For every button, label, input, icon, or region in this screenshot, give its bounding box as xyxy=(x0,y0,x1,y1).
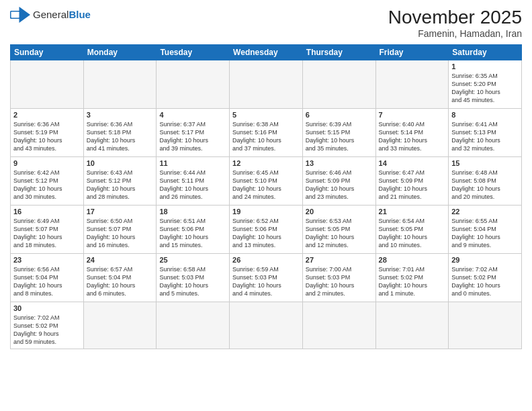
logo-general: General xyxy=(33,9,69,20)
weekday-friday: Friday xyxy=(375,45,449,60)
calendar-cell: 22Sunrise: 6:55 AM Sunset: 5:04 PM Dayli… xyxy=(449,205,522,254)
calendar-cell: 2Sunrise: 6:36 AM Sunset: 5:19 PM Daylig… xyxy=(11,109,84,157)
day-number: 23 xyxy=(13,256,81,264)
day-number: 22 xyxy=(451,208,519,216)
day-number: 30 xyxy=(13,304,81,312)
day-number: 25 xyxy=(159,256,226,264)
header: GeneralBlue November 2025 Famenin, Hamad… xyxy=(10,7,522,39)
day-info: Sunrise: 6:35 AM Sunset: 5:20 PM Dayligh… xyxy=(451,72,519,105)
day-number: 29 xyxy=(451,256,519,264)
weekday-monday: Monday xyxy=(83,45,157,60)
weekday-sunday: Sunday xyxy=(11,45,84,60)
day-number: 18 xyxy=(159,208,226,216)
day-number: 2 xyxy=(13,111,81,119)
day-number: 3 xyxy=(87,111,154,119)
calendar-cell: 1Sunrise: 6:35 AM Sunset: 5:20 PM Daylig… xyxy=(449,60,522,109)
weekday-header-row: SundayMondayTuesdayWednesdayThursdayFrid… xyxy=(11,45,522,60)
calendar-cell: 9Sunrise: 6:42 AM Sunset: 5:12 PM Daylig… xyxy=(11,157,84,205)
logo-blue: Blue xyxy=(69,9,91,20)
day-number: 19 xyxy=(232,208,300,216)
day-number: 14 xyxy=(379,159,446,167)
calendar-cell: 25Sunrise: 6:58 AM Sunset: 5:03 PM Dayli… xyxy=(157,254,230,302)
location: Famenin, Hamadan, Iran xyxy=(388,28,522,39)
day-info: Sunrise: 6:36 AM Sunset: 5:18 PM Dayligh… xyxy=(87,120,154,153)
day-number: 6 xyxy=(306,111,373,119)
weekday-thursday: Thursday xyxy=(302,45,375,60)
calendar-cell: 27Sunrise: 7:00 AM Sunset: 5:03 PM Dayli… xyxy=(302,254,375,302)
calendar-cell xyxy=(230,60,303,109)
day-info: Sunrise: 6:52 AM Sunset: 5:06 PM Dayligh… xyxy=(232,217,300,250)
day-info: Sunrise: 6:36 AM Sunset: 5:19 PM Dayligh… xyxy=(13,120,81,153)
day-number: 11 xyxy=(159,159,226,167)
weekday-tuesday: Tuesday xyxy=(157,45,230,60)
calendar-cell xyxy=(83,60,157,109)
week-row-5: 30Sunrise: 7:02 AM Sunset: 5:02 PM Dayli… xyxy=(11,302,522,349)
page: GeneralBlue November 2025 Famenin, Hamad… xyxy=(0,0,532,411)
day-info: Sunrise: 6:39 AM Sunset: 5:15 PM Dayligh… xyxy=(306,120,373,153)
day-info: Sunrise: 6:38 AM Sunset: 5:16 PM Dayligh… xyxy=(232,120,300,153)
day-info: Sunrise: 6:49 AM Sunset: 5:07 PM Dayligh… xyxy=(13,217,81,250)
day-number: 26 xyxy=(232,256,300,264)
calendar-cell: 17Sunrise: 6:50 AM Sunset: 5:07 PM Dayli… xyxy=(83,205,157,254)
day-info: Sunrise: 6:47 AM Sunset: 5:09 PM Dayligh… xyxy=(379,169,446,201)
day-info: Sunrise: 6:43 AM Sunset: 5:12 PM Dayligh… xyxy=(87,169,154,201)
calendar-cell: 8Sunrise: 6:41 AM Sunset: 5:13 PM Daylig… xyxy=(449,109,522,157)
calendar: SundayMondayTuesdayWednesdayThursdayFrid… xyxy=(10,44,522,349)
day-number: 13 xyxy=(306,159,373,167)
logo-icon xyxy=(10,7,30,23)
day-number: 5 xyxy=(232,111,300,119)
day-number: 27 xyxy=(306,256,373,264)
day-info: Sunrise: 6:53 AM Sunset: 5:05 PM Dayligh… xyxy=(306,217,373,250)
day-number: 17 xyxy=(87,208,154,216)
day-info: Sunrise: 6:58 AM Sunset: 5:03 PM Dayligh… xyxy=(159,265,226,298)
week-row-1: 2Sunrise: 6:36 AM Sunset: 5:19 PM Daylig… xyxy=(11,109,522,157)
logo: GeneralBlue xyxy=(10,7,91,23)
calendar-cell: 24Sunrise: 6:57 AM Sunset: 5:04 PM Dayli… xyxy=(83,254,157,302)
weekday-saturday: Saturday xyxy=(449,45,522,60)
calendar-cell: 11Sunrise: 6:44 AM Sunset: 5:11 PM Dayli… xyxy=(157,157,230,205)
day-info: Sunrise: 6:54 AM Sunset: 5:05 PM Dayligh… xyxy=(379,217,446,250)
week-row-0: 1Sunrise: 6:35 AM Sunset: 5:20 PM Daylig… xyxy=(11,60,522,109)
calendar-cell: 21Sunrise: 6:54 AM Sunset: 5:05 PM Dayli… xyxy=(375,205,449,254)
day-info: Sunrise: 6:37 AM Sunset: 5:17 PM Dayligh… xyxy=(159,120,226,153)
day-number: 7 xyxy=(379,111,446,119)
day-info: Sunrise: 6:45 AM Sunset: 5:10 PM Dayligh… xyxy=(232,169,300,201)
calendar-cell: 7Sunrise: 6:40 AM Sunset: 5:14 PM Daylig… xyxy=(375,109,449,157)
day-number: 21 xyxy=(379,208,446,216)
day-info: Sunrise: 7:00 AM Sunset: 5:03 PM Dayligh… xyxy=(306,265,373,298)
calendar-cell: 13Sunrise: 6:46 AM Sunset: 5:09 PM Dayli… xyxy=(302,157,375,205)
calendar-cell: 3Sunrise: 6:36 AM Sunset: 5:18 PM Daylig… xyxy=(83,109,157,157)
calendar-cell xyxy=(11,60,84,109)
calendar-cell: 16Sunrise: 6:49 AM Sunset: 5:07 PM Dayli… xyxy=(11,205,84,254)
calendar-cell: 15Sunrise: 6:48 AM Sunset: 5:08 PM Dayli… xyxy=(449,157,522,205)
calendar-cell xyxy=(302,60,375,109)
day-info: Sunrise: 6:46 AM Sunset: 5:09 PM Dayligh… xyxy=(306,169,373,201)
week-row-4: 23Sunrise: 6:56 AM Sunset: 5:04 PM Dayli… xyxy=(11,254,522,302)
day-info: Sunrise: 6:55 AM Sunset: 5:04 PM Dayligh… xyxy=(451,217,519,250)
week-row-2: 9Sunrise: 6:42 AM Sunset: 5:12 PM Daylig… xyxy=(11,157,522,205)
day-info: Sunrise: 6:56 AM Sunset: 5:04 PM Dayligh… xyxy=(13,265,81,298)
day-number: 15 xyxy=(451,159,519,167)
day-info: Sunrise: 6:40 AM Sunset: 5:14 PM Dayligh… xyxy=(379,120,446,153)
calendar-cell: 14Sunrise: 6:47 AM Sunset: 5:09 PM Dayli… xyxy=(375,157,449,205)
day-info: Sunrise: 6:59 AM Sunset: 5:03 PM Dayligh… xyxy=(232,265,300,298)
day-number: 1 xyxy=(451,62,519,71)
day-info: Sunrise: 7:02 AM Sunset: 5:02 PM Dayligh… xyxy=(451,265,519,298)
day-info: Sunrise: 6:48 AM Sunset: 5:08 PM Dayligh… xyxy=(451,169,519,201)
day-number: 8 xyxy=(451,111,519,119)
day-number: 10 xyxy=(87,159,154,167)
day-info: Sunrise: 7:02 AM Sunset: 5:02 PM Dayligh… xyxy=(13,314,81,347)
day-info: Sunrise: 7:01 AM Sunset: 5:02 PM Dayligh… xyxy=(379,265,446,298)
day-number: 28 xyxy=(379,256,446,264)
calendar-cell: 19Sunrise: 6:52 AM Sunset: 5:06 PM Dayli… xyxy=(230,205,303,254)
calendar-cell xyxy=(375,60,449,109)
calendar-cell xyxy=(83,302,157,349)
calendar-cell: 12Sunrise: 6:45 AM Sunset: 5:10 PM Dayli… xyxy=(230,157,303,205)
title-block: November 2025 Famenin, Hamadan, Iran xyxy=(388,7,522,39)
logo-text: GeneralBlue xyxy=(33,9,91,21)
day-number: 12 xyxy=(232,159,300,167)
svg-marker-1 xyxy=(19,7,31,23)
calendar-cell xyxy=(157,60,230,109)
calendar-cell: 23Sunrise: 6:56 AM Sunset: 5:04 PM Dayli… xyxy=(11,254,84,302)
calendar-cell: 4Sunrise: 6:37 AM Sunset: 5:17 PM Daylig… xyxy=(157,109,230,157)
